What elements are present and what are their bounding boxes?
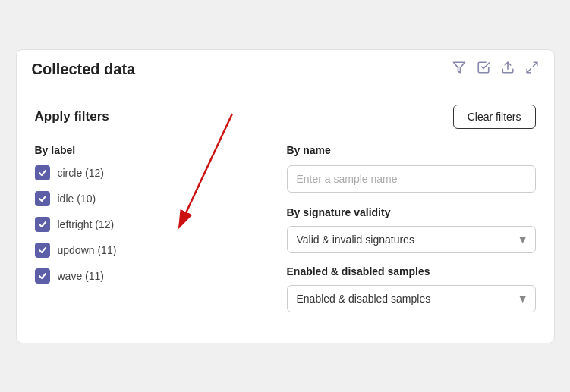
label-wave: wave (11) xyxy=(58,270,104,282)
checkbox-leftright[interactable] xyxy=(35,217,50,232)
label-circle: circle (12) xyxy=(58,167,104,179)
filter-icon[interactable] xyxy=(452,61,466,78)
signature-validity-select[interactable]: Valid & invalid signatures Valid signatu… xyxy=(287,226,536,253)
checkbox-idle[interactable] xyxy=(35,191,50,206)
label-updown: updown (11) xyxy=(58,244,117,256)
label-list: circle (12) idle (10) leftright (12) xyxy=(35,165,263,294)
checkbox-wave[interactable] xyxy=(35,268,50,284)
apply-filters-title: Apply filters xyxy=(35,109,109,124)
svg-marker-0 xyxy=(453,62,465,73)
upload-icon[interactable] xyxy=(501,61,515,78)
check-square-icon[interactable] xyxy=(477,61,490,78)
right-filter-section: By name By signature validity Valid & in… xyxy=(287,144,536,325)
checkbox-updown[interactable] xyxy=(35,243,50,258)
by-signature-heading: By signature validity xyxy=(287,206,536,218)
header-icon-group xyxy=(452,61,539,78)
signature-validity-wrapper: Valid & invalid signatures Valid signatu… xyxy=(287,226,536,253)
sample-name-input[interactable] xyxy=(287,165,536,193)
enabled-disabled-select[interactable]: Enabled & disabled samples Enabled sampl… xyxy=(287,285,536,312)
list-item: wave (11) xyxy=(35,268,260,284)
checkbox-circle[interactable] xyxy=(35,165,50,180)
enabled-disabled-heading: Enabled & disabled samples xyxy=(287,265,536,278)
list-item: updown (11) xyxy=(35,243,260,258)
list-item: leftright (12) xyxy=(35,217,260,232)
filters-header-row: Apply filters Clear filters xyxy=(35,105,536,129)
label-leftright: leftright (12) xyxy=(58,218,115,230)
page-title: Collected data xyxy=(32,61,136,78)
by-name-heading: By name xyxy=(287,144,536,156)
enabled-disabled-wrapper: Enabled & disabled samples Enabled sampl… xyxy=(287,285,536,312)
expand-icon[interactable] xyxy=(525,61,539,78)
list-item: circle (12) xyxy=(35,165,260,180)
card-body: Apply filters Clear filters By label cir… xyxy=(17,89,554,343)
card-header: Collected data xyxy=(17,50,554,89)
by-label-heading: By label xyxy=(35,144,263,156)
list-item: idle (10) xyxy=(35,191,260,206)
main-card: Collected data xyxy=(16,49,555,343)
by-label-section: By label circle (12) idle (10) xyxy=(35,144,263,325)
filter-columns: By label circle (12) idle (10) xyxy=(35,144,536,325)
label-idle: idle (10) xyxy=(58,193,96,205)
clear-filters-button[interactable]: Clear filters xyxy=(453,105,536,129)
